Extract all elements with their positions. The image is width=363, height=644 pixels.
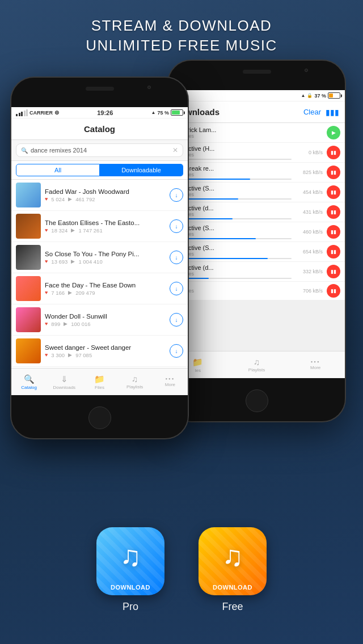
download-button[interactable]: ↓ [170,282,183,295]
tab-playlists-right[interactable]: ♫ Playlists [227,351,286,378]
song-item[interactable]: The Easton Ellises - The Easto... ♥ 18 3… [11,211,188,242]
free-app-icon[interactable]: ♫ DOWNLOAD [199,527,267,595]
tab-catalog[interactable]: 🔍 Catalog [11,368,47,395]
pause-button[interactable]: ▮▮ [327,265,340,278]
left-phone-top-bezel [11,78,188,107]
download-button[interactable]: ↓ [170,219,183,233]
dl-sub: der: Files [173,172,292,177]
play-icon: ▶ [68,290,72,295]
download-item[interactable]: adioactive (S... der: Files 454 kB/s ▮▮ [168,183,345,202]
download-item[interactable]: adioactive (H... der: Files 0 kB/s ▮▮ [168,143,345,163]
dl-title: adioactive (S... [173,185,292,192]
pause-button[interactable]: ▮▮ [327,146,340,159]
music-icon: ♫ [132,374,138,384]
clear-button[interactable]: Clear [303,108,321,116]
song-title: Faded War - Josh Woodward [45,188,166,195]
dl-sub: der: Files [173,133,323,139]
tab-label: Playlists [248,367,265,372]
dl-speed: 431 kB/s [296,209,323,215]
dl-speed: 825 kB/s [296,170,323,175]
song-item[interactable]: Sweet danger - Sweet danger ♥ 3 300 ▶ 97… [11,336,188,367]
song-likes: 13 693 [51,259,67,265]
filter-downloadable-tab[interactable]: Downloadable [100,164,183,176]
song-thumbnail [16,183,41,207]
heart-icon: ♥ [45,259,48,264]
song-plays: 209 479 [75,290,95,296]
heart-icon: ♥ [45,290,48,295]
download-button[interactable]: ↓ [170,344,183,358]
left-battery-pct: 75 % [157,110,169,116]
files-icon: 📁 [94,374,105,384]
files-icon: 📁 [192,357,203,367]
download-button[interactable]: ↓ [170,188,183,202]
pause-button[interactable]: ▮▮ [327,245,340,259]
search-query[interactable]: dance remixes 2014 [31,147,170,154]
tab-label: Playlists [126,384,143,389]
download-item[interactable]: der: Files 706 kB/s ▮▮ [168,282,345,300]
song-thumbnail [16,245,41,270]
song-likes: 18 324 [51,227,67,234]
pause-button[interactable]: ▮▮ [327,166,340,179]
dl-title: Kendrick Lam... [173,126,323,133]
download-item[interactable]: adioactive (d... der: Files 332 kB/s ▮▮ [168,262,345,282]
song-thumbnail [16,276,41,301]
download-item[interactable]: adioactive (S... der: Files 460 kB/s ▮▮ [168,222,345,242]
left-nav-bar: Catalog [11,118,188,140]
heart-icon: ♥ [45,352,48,358]
tab-label: More [165,382,175,387]
song-item[interactable]: So Close To You - The Pony Pi... ♥ 13 69… [11,242,188,273]
song-likes: 7 166 [51,290,65,296]
tab-label: Catalog [21,385,37,390]
play-icon: ▶ [71,259,75,264]
song-item[interactable]: Faded War - Josh Woodward ♥ 5 024 ▶ 461 … [11,180,188,211]
tab-more-right[interactable]: ●●● More [286,351,345,378]
filter-all-tab[interactable]: All [16,164,100,176]
download-item[interactable]: adioactive (d... der: Files 431 kB/s ▮▮ [168,202,345,222]
heart-icon: ♥ [45,227,48,233]
play-button[interactable]: ▶ [327,126,340,139]
pause-button[interactable]: ▮▮ [327,284,340,298]
tab-label: More [310,365,320,370]
left-phone-screen: CARRIER ⊜ 19:26 ▲ 75 % Catalog [11,107,188,395]
right-phone-screen: 59 ▲ 🔒 37 % Downloads Clear ▮▮▮ [168,90,345,378]
song-item[interactable]: Face the Day - The Ease Down ♥ 7 166 ▶ 2… [11,273,188,304]
download-item[interactable]: Kendrick Lam... der: Files ▶ [168,123,345,143]
dl-title: adioactive (d... [173,205,292,211]
song-plays: 97 085 [75,352,92,358]
right-phone-top-bezel [168,61,345,90]
music-note-icon: ♫ [120,540,141,573]
tab-label: les [195,368,201,373]
download-item[interactable]: t Jailbreak re... der: Files 825 kB/s ▮▮ [168,163,345,183]
phones-container: CARRIER ⊜ 19:26 ▲ 75 % Catalog [0,60,363,490]
song-item[interactable]: Wonder Doll - Sunwill ♥ 899 ▶ 100 016 ↓ [11,304,188,336]
right-phone: 59 ▲ 🔒 37 % Downloads Clear ▮▮▮ [167,60,346,422]
song-thumbnail [16,338,41,363]
pause-button[interactable]: ▮▮ [327,205,340,219]
song-plays: 1 747 261 [78,227,102,234]
heart-icon: ♥ [45,196,48,202]
song-likes: 5 024 [51,196,65,202]
filter-tabs: All Downloadable [11,161,188,180]
bars-chart-icon: ▮▮▮ [326,108,339,117]
tab-files[interactable]: 📁 Files [82,368,117,395]
pro-app-icon[interactable]: ♫ DOWNLOAD [96,527,164,595]
pause-button[interactable]: ▮▮ [327,185,340,199]
right-battery-pct: 37 % [314,93,326,99]
dl-speed: 332 kB/s [296,269,323,274]
song-title: Sweet danger - Sweet danger [45,344,166,351]
download-item[interactable]: adioactive (S... der: Files 654 kB/s ▮▮ [168,242,345,262]
song-likes: 3 300 [51,352,65,358]
tab-playlists[interactable]: ♫ Playlists [117,368,153,395]
dl-speed: 654 kB/s [296,249,323,255]
left-nav-title: Catalog [84,124,115,134]
search-clear-icon[interactable]: ✕ [172,146,178,154]
pause-button[interactable]: ▮▮ [327,225,340,239]
search-bar: 🔍 dance remixes 2014 ✕ [11,140,188,161]
tab-more[interactable]: ●●● More [153,368,188,395]
song-title: So Close To You - The Pony Pi... [45,251,166,257]
dl-title: adioactive (H... [173,145,292,152]
header-title: STREAM & DOWNLOAD UNLIMITED FREE MUSIC [0,16,363,56]
download-button[interactable]: ↓ [170,251,183,264]
tab-downloads[interactable]: ⇓ Downloads [47,368,82,395]
download-button[interactable]: ↓ [170,313,183,327]
